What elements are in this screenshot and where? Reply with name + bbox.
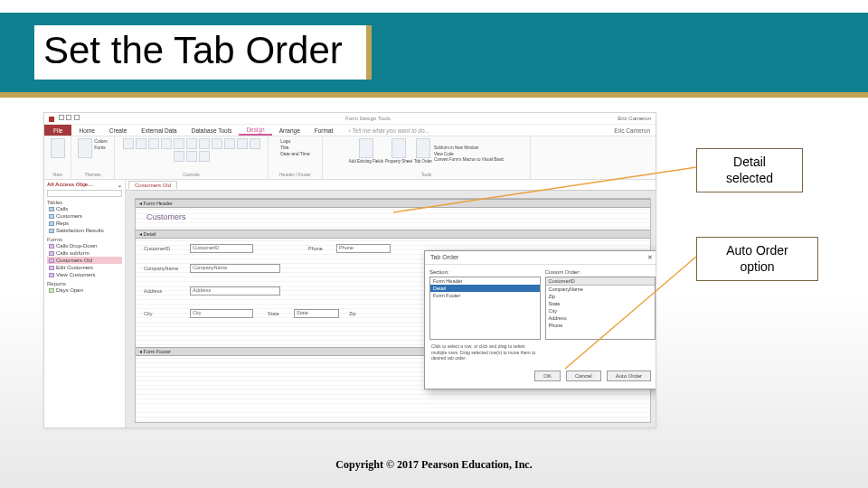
cancel-button[interactable]: Cancel [566, 371, 601, 381]
subform-btn[interactable]: Subform in New Window [434, 145, 504, 152]
title-banner: Set the Tab Order [0, 13, 868, 98]
label-address[interactable]: Address [143, 288, 163, 294]
form-icon [49, 266, 54, 270]
title-btn[interactable]: Title [280, 145, 310, 151]
custom-order-list[interactable]: CustomerID CompanyName Zip State City Ad… [545, 277, 656, 340]
label-state[interactable]: State [267, 311, 280, 316]
label-companyname[interactable]: CompanyName [143, 266, 179, 271]
control-icon[interactable] [123, 138, 134, 149]
order-row[interactable]: State [546, 300, 656, 307]
nav-item-form[interactable]: Calls Drop-Down [47, 242, 122, 249]
field-address[interactable]: Address [190, 286, 280, 296]
field-city[interactable]: City [190, 309, 253, 318]
nav-item-customers[interactable]: Customers [47, 212, 122, 220]
control-icon[interactable] [148, 138, 159, 149]
table-icon [49, 229, 54, 233]
ribbon-tabs: File Home Create External Data Database … [44, 125, 656, 136]
section-row[interactable]: Form Footer [430, 292, 540, 299]
section-list[interactable]: Form Header Detail Form Footer [429, 277, 541, 340]
nav-label: Satisfaction Results [56, 228, 104, 233]
app-user: Eric Cameron [579, 116, 651, 121]
nav-label: Customers [56, 213, 82, 219]
themes-icon[interactable] [78, 138, 92, 158]
colors-btn[interactable]: Colors [94, 138, 107, 144]
document-tab[interactable]: Customers Old [128, 181, 177, 189]
nav-item-customers-old[interactable]: Customers Old [47, 257, 122, 264]
access-screenshot: Form Design Tools Eric Cameron File Home… [43, 112, 656, 428]
app-title: Form Design Tools [157, 116, 579, 121]
nav-item-satisfaction[interactable]: Satisfaction Results [47, 227, 122, 234]
label-phone[interactable]: Phone [307, 246, 324, 251]
nav-item-report[interactable]: Days Open [47, 286, 122, 294]
control-icon[interactable] [237, 138, 248, 149]
band-form-header[interactable]: ◂ Form Header [136, 199, 650, 208]
order-row[interactable]: City [546, 307, 656, 314]
ribbon-tab-create[interactable]: Create [102, 125, 135, 136]
form-title-label[interactable]: Customers [146, 212, 186, 221]
callout-detail-selected: Detail selected [696, 148, 803, 192]
qat-undo-icon[interactable] [66, 115, 71, 120]
close-icon[interactable]: ✕ [646, 254, 655, 261]
dialog-title-text: Tab Order [430, 254, 458, 261]
order-row[interactable]: CustomerID [546, 277, 656, 286]
label-city[interactable]: City [143, 311, 153, 316]
view-icon[interactable] [51, 138, 65, 158]
field-customerid[interactable]: CustomerID [190, 244, 253, 253]
logo-btn[interactable]: Logo [280, 138, 310, 145]
ok-button[interactable]: OK [534, 371, 561, 381]
navigation-pane[interactable]: All Access Obje…⌄ Tables Calls Customers… [44, 180, 126, 427]
control-icon[interactable] [199, 138, 210, 149]
nav-item-form[interactable]: Edit Customers [47, 264, 122, 271]
nav-item-calls[interactable]: Calls [47, 205, 122, 212]
viewcode-btn[interactable]: View Code [434, 152, 504, 158]
ribbon-tab-format[interactable]: Format [307, 125, 341, 136]
control-icon[interactable] [186, 138, 197, 149]
band-detail[interactable]: ◂ Detail [136, 230, 650, 239]
control-icon[interactable] [250, 138, 260, 149]
tab-order-icon[interactable] [416, 138, 430, 158]
nav-item-form[interactable]: View Customers [47, 271, 122, 278]
control-icon[interactable] [161, 138, 172, 149]
tell-me[interactable]: ♀ Tell me what you want to do... [340, 125, 437, 136]
nav-title[interactable]: All Access Obje…⌄ [47, 182, 122, 188]
control-icon[interactable] [136, 138, 146, 149]
section-row-detail[interactable]: Detail [430, 285, 540, 292]
document-tab-bar: Customers Old [126, 180, 656, 191]
order-row[interactable]: Phone [546, 322, 656, 329]
ribbon-tab-design[interactable]: Design [239, 125, 271, 136]
auto-order-button[interactable]: Auto Order [607, 371, 651, 381]
label-zip[interactable]: Zip [348, 311, 357, 316]
field-phone[interactable]: Phone [336, 244, 391, 253]
nav-search-input[interactable] [47, 190, 122, 197]
control-icon[interactable] [224, 138, 235, 149]
order-row[interactable]: Zip [546, 293, 656, 300]
ribbon-tab-external[interactable]: External Data [134, 125, 184, 136]
control-icon[interactable] [174, 151, 184, 162]
nav-item-form[interactable]: Calls subform [47, 249, 122, 257]
ribbon-tab-dbtools[interactable]: Database Tools [184, 125, 240, 136]
table-icon [49, 214, 54, 219]
label-customerid[interactable]: CustomerID [143, 246, 171, 251]
dialog-titlebar[interactable]: Tab Order ✕ [425, 251, 656, 265]
property-sheet-icon[interactable] [392, 138, 406, 158]
qat-redo-icon[interactable] [74, 115, 80, 120]
control-icon[interactable] [174, 138, 184, 149]
section-row[interactable]: Form Header [430, 277, 540, 285]
order-row[interactable]: CompanyName [546, 286, 656, 293]
field-companyname[interactable]: CompanyName [190, 264, 280, 273]
fonts-btn[interactable]: Fonts [94, 145, 107, 150]
ribbon-file-tab[interactable]: File [44, 125, 71, 136]
datetime-btn[interactable]: Date and Time [280, 151, 310, 157]
add-existing-icon[interactable] [359, 138, 373, 158]
field-state[interactable]: State [294, 309, 339, 318]
order-row[interactable]: Address [546, 314, 656, 322]
control-icon[interactable] [212, 138, 222, 149]
qat-save-icon[interactable] [59, 115, 64, 120]
tab-order-dialog[interactable]: Tab Order ✕ Section: Form Header Detail … [424, 250, 656, 389]
control-icon[interactable] [199, 151, 210, 162]
convert-btn[interactable]: Convert Form's Macros to Visual Basic [434, 157, 504, 164]
nav-item-reps[interactable]: Reps [47, 220, 122, 227]
ribbon-tab-arrange[interactable]: Arrange [272, 125, 307, 136]
ribbon-tab-home[interactable]: Home [71, 125, 101, 136]
control-icon[interactable] [186, 151, 197, 162]
